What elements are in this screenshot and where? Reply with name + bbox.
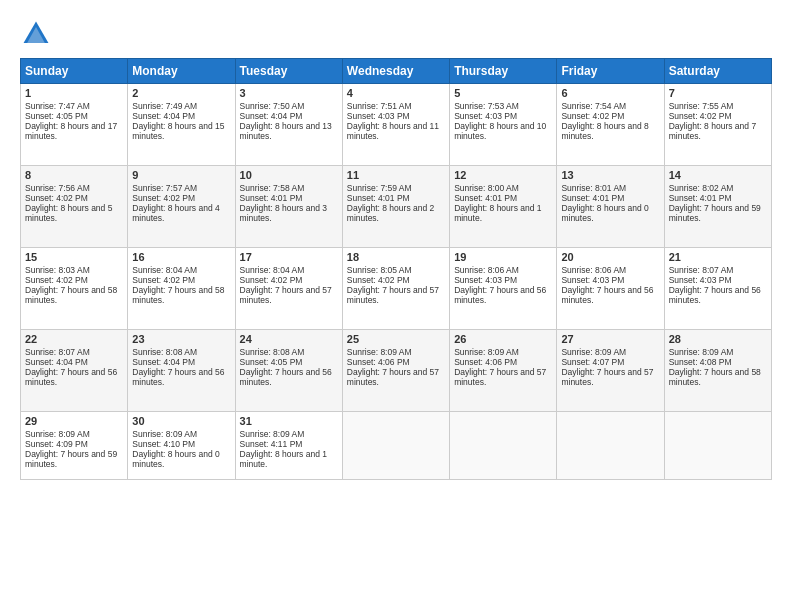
sunrise-label: Sunrise: 7:50 AM bbox=[240, 101, 305, 111]
sunrise-label: Sunrise: 8:04 AM bbox=[240, 265, 305, 275]
sunset-label: Sunset: 4:02 PM bbox=[25, 193, 88, 203]
sunset-label: Sunset: 4:02 PM bbox=[669, 111, 732, 121]
sunset-label: Sunset: 4:05 PM bbox=[25, 111, 88, 121]
day-number: 30 bbox=[132, 415, 230, 427]
sunrise-label: Sunrise: 8:09 AM bbox=[240, 429, 305, 439]
day-number: 11 bbox=[347, 169, 445, 181]
daylight-label: Daylight: 8 hours and 11 minutes. bbox=[347, 121, 439, 141]
day-number: 25 bbox=[347, 333, 445, 345]
sunrise-label: Sunrise: 8:05 AM bbox=[347, 265, 412, 275]
day-number: 2 bbox=[132, 87, 230, 99]
daylight-label: Daylight: 7 hours and 59 minutes. bbox=[25, 449, 117, 469]
calendar-cell: 25 Sunrise: 8:09 AM Sunset: 4:06 PM Dayl… bbox=[342, 330, 449, 412]
calendar-cell: 16 Sunrise: 8:04 AM Sunset: 4:02 PM Dayl… bbox=[128, 248, 235, 330]
day-header-sunday: Sunday bbox=[21, 59, 128, 84]
daylight-label: Daylight: 7 hours and 56 minutes. bbox=[25, 367, 117, 387]
sunrise-label: Sunrise: 7:54 AM bbox=[561, 101, 626, 111]
sunrise-label: Sunrise: 7:49 AM bbox=[132, 101, 197, 111]
day-header-saturday: Saturday bbox=[664, 59, 771, 84]
calendar-cell: 6 Sunrise: 7:54 AM Sunset: 4:02 PM Dayli… bbox=[557, 84, 664, 166]
daylight-label: Daylight: 8 hours and 4 minutes. bbox=[132, 203, 219, 223]
sunset-label: Sunset: 4:03 PM bbox=[454, 111, 517, 121]
daylight-label: Daylight: 7 hours and 56 minutes. bbox=[132, 367, 224, 387]
sunset-label: Sunset: 4:02 PM bbox=[561, 111, 624, 121]
daylight-label: Daylight: 8 hours and 1 minute. bbox=[454, 203, 541, 223]
day-header-thursday: Thursday bbox=[450, 59, 557, 84]
sunrise-label: Sunrise: 8:09 AM bbox=[347, 347, 412, 357]
sunrise-label: Sunrise: 8:00 AM bbox=[454, 183, 519, 193]
sunset-label: Sunset: 4:02 PM bbox=[132, 193, 195, 203]
sunrise-label: Sunrise: 7:55 AM bbox=[669, 101, 734, 111]
sunset-label: Sunset: 4:04 PM bbox=[240, 111, 303, 121]
calendar-cell: 10 Sunrise: 7:58 AM Sunset: 4:01 PM Dayl… bbox=[235, 166, 342, 248]
calendar-cell: 17 Sunrise: 8:04 AM Sunset: 4:02 PM Dayl… bbox=[235, 248, 342, 330]
day-number: 15 bbox=[25, 251, 123, 263]
daylight-label: Daylight: 8 hours and 10 minutes. bbox=[454, 121, 546, 141]
sunset-label: Sunset: 4:09 PM bbox=[25, 439, 88, 449]
day-header-wednesday: Wednesday bbox=[342, 59, 449, 84]
sunset-label: Sunset: 4:04 PM bbox=[25, 357, 88, 367]
daylight-label: Daylight: 7 hours and 58 minutes. bbox=[132, 285, 224, 305]
sunset-label: Sunset: 4:11 PM bbox=[240, 439, 303, 449]
daylight-label: Daylight: 7 hours and 57 minutes. bbox=[347, 285, 439, 305]
daylight-label: Daylight: 8 hours and 1 minute. bbox=[240, 449, 327, 469]
day-number: 22 bbox=[25, 333, 123, 345]
day-number: 13 bbox=[561, 169, 659, 181]
daylight-label: Daylight: 7 hours and 57 minutes. bbox=[454, 367, 546, 387]
sunrise-label: Sunrise: 8:09 AM bbox=[669, 347, 734, 357]
page: SundayMondayTuesdayWednesdayThursdayFrid… bbox=[0, 0, 792, 612]
calendar-cell: 1 Sunrise: 7:47 AM Sunset: 4:05 PM Dayli… bbox=[21, 84, 128, 166]
day-number: 17 bbox=[240, 251, 338, 263]
sunrise-label: Sunrise: 8:09 AM bbox=[454, 347, 519, 357]
day-number: 6 bbox=[561, 87, 659, 99]
sunset-label: Sunset: 4:01 PM bbox=[669, 193, 732, 203]
calendar-cell: 18 Sunrise: 8:05 AM Sunset: 4:02 PM Dayl… bbox=[342, 248, 449, 330]
day-number: 24 bbox=[240, 333, 338, 345]
day-number: 9 bbox=[132, 169, 230, 181]
sunset-label: Sunset: 4:03 PM bbox=[561, 275, 624, 285]
sunset-label: Sunset: 4:05 PM bbox=[240, 357, 303, 367]
sunset-label: Sunset: 4:01 PM bbox=[454, 193, 517, 203]
calendar-cell: 7 Sunrise: 7:55 AM Sunset: 4:02 PM Dayli… bbox=[664, 84, 771, 166]
sunrise-label: Sunrise: 8:06 AM bbox=[454, 265, 519, 275]
calendar-cell: 13 Sunrise: 8:01 AM Sunset: 4:01 PM Dayl… bbox=[557, 166, 664, 248]
daylight-label: Daylight: 7 hours and 57 minutes. bbox=[240, 285, 332, 305]
sunrise-label: Sunrise: 7:58 AM bbox=[240, 183, 305, 193]
day-number: 20 bbox=[561, 251, 659, 263]
sunrise-label: Sunrise: 7:57 AM bbox=[132, 183, 197, 193]
sunrise-label: Sunrise: 8:08 AM bbox=[132, 347, 197, 357]
calendar-cell: 19 Sunrise: 8:06 AM Sunset: 4:03 PM Dayl… bbox=[450, 248, 557, 330]
sunset-label: Sunset: 4:08 PM bbox=[669, 357, 732, 367]
calendar-cell: 29 Sunrise: 8:09 AM Sunset: 4:09 PM Dayl… bbox=[21, 412, 128, 480]
day-number: 18 bbox=[347, 251, 445, 263]
day-number: 14 bbox=[669, 169, 767, 181]
logo-icon bbox=[20, 18, 52, 50]
calendar-cell: 4 Sunrise: 7:51 AM Sunset: 4:03 PM Dayli… bbox=[342, 84, 449, 166]
calendar-cell bbox=[450, 412, 557, 480]
daylight-label: Daylight: 7 hours and 56 minutes. bbox=[561, 285, 653, 305]
daylight-label: Daylight: 7 hours and 58 minutes. bbox=[25, 285, 117, 305]
calendar-cell bbox=[557, 412, 664, 480]
calendar-cell: 12 Sunrise: 8:00 AM Sunset: 4:01 PM Dayl… bbox=[450, 166, 557, 248]
day-number: 23 bbox=[132, 333, 230, 345]
calendar-cell: 14 Sunrise: 8:02 AM Sunset: 4:01 PM Dayl… bbox=[664, 166, 771, 248]
day-number: 5 bbox=[454, 87, 552, 99]
daylight-label: Daylight: 8 hours and 3 minutes. bbox=[240, 203, 327, 223]
daylight-label: Daylight: 7 hours and 57 minutes. bbox=[347, 367, 439, 387]
calendar-cell bbox=[664, 412, 771, 480]
day-header-monday: Monday bbox=[128, 59, 235, 84]
day-number: 21 bbox=[669, 251, 767, 263]
sunset-label: Sunset: 4:02 PM bbox=[347, 275, 410, 285]
sunset-label: Sunset: 4:01 PM bbox=[240, 193, 303, 203]
calendar-cell: 26 Sunrise: 8:09 AM Sunset: 4:06 PM Dayl… bbox=[450, 330, 557, 412]
sunset-label: Sunset: 4:06 PM bbox=[454, 357, 517, 367]
daylight-label: Daylight: 8 hours and 15 minutes. bbox=[132, 121, 224, 141]
daylight-label: Daylight: 7 hours and 56 minutes. bbox=[669, 285, 761, 305]
daylight-label: Daylight: 7 hours and 56 minutes. bbox=[454, 285, 546, 305]
sunrise-label: Sunrise: 8:09 AM bbox=[132, 429, 197, 439]
daylight-label: Daylight: 7 hours and 59 minutes. bbox=[669, 203, 761, 223]
day-number: 8 bbox=[25, 169, 123, 181]
calendar-table: SundayMondayTuesdayWednesdayThursdayFrid… bbox=[20, 58, 772, 480]
sunset-label: Sunset: 4:03 PM bbox=[347, 111, 410, 121]
calendar-cell: 21 Sunrise: 8:07 AM Sunset: 4:03 PM Dayl… bbox=[664, 248, 771, 330]
